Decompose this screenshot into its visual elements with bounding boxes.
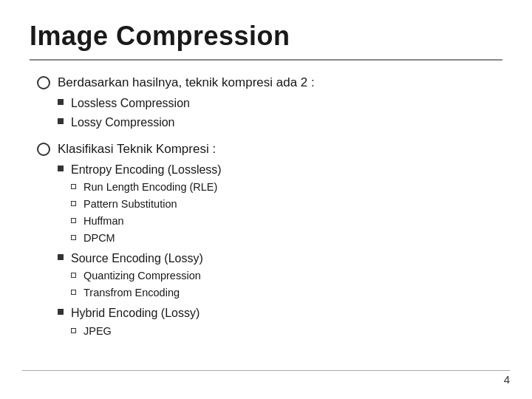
title-underline [30,59,502,61]
bullet-marker-l2 [58,99,64,105]
bullet-marker-l2 [58,254,64,260]
section2-sublist: Entropy Encoding (Lossless) Run Length E… [58,161,222,341]
list-item: Quantizing Compression [71,268,203,284]
list-item: Hybrid Encoding (Lossy) JPEG [58,304,222,340]
bullet-marker-l1 [37,143,50,156]
list-item: Lossless Compression [58,95,315,112]
bullet-marker-l2 [58,118,64,124]
bullet-marker-l3 [71,273,76,278]
list-item: Transfrom Encoding [71,285,203,301]
bullet-marker-l3 [71,184,76,189]
section2-text: Klasifikasi Teknik Kompresi : [58,140,222,158]
bullet-marker-l3 [71,328,76,333]
list-item: Source Encoding (Lossy) Quantizing Compr… [58,250,222,302]
list-item: DPCM [71,231,222,246]
page-number: 4 [504,373,510,386]
huffman-label: Huffman [83,214,124,229]
section1-sub2: Lossy Compression [71,114,175,131]
dpcm-label: DPCM [83,231,115,246]
list-item: Berdasarkan hasilnya, teknik kompresi ad… [37,74,502,133]
hybrid-label: Hybrid Encoding (Lossy) [71,304,200,321]
bullet-marker-l3 [71,201,76,206]
entropy-sublist: Run Length Encoding (RLE) Pattern Substi… [71,180,222,246]
slide-title: Image Compression [30,21,502,52]
list-item: Run Length Encoding (RLE) [71,180,222,195]
hybrid-sublist: JPEG [71,324,200,339]
bullet-marker-l3 [71,235,76,240]
list-item: Klasifikasi Teknik Kompresi : Entropy En… [37,140,502,342]
bullet-marker-l2 [58,309,64,315]
section1-sub1: Lossless Compression [71,95,190,112]
entropy-label: Entropy Encoding (Lossless) [71,161,222,178]
list-item: JPEG [71,324,200,339]
list-item: Huffman [71,214,222,229]
bullet-marker-l3 [71,218,76,223]
pattern-substitution-label: Pattern Substitution [83,197,177,212]
bullet-marker-l3 [71,290,76,295]
list-item: Lossy Compression [58,114,315,131]
source-label: Source Encoding (Lossy) [71,250,203,267]
bullet-marker-l2 [58,166,64,171]
section1-text: Berdasarkan hasilnya, teknik kompresi ad… [58,74,315,92]
list-item: Pattern Substitution [71,197,222,212]
rle-label: Run Length Encoding (RLE) [83,180,217,195]
section1-sublist: Lossless Compression Lossy Compression [58,95,315,131]
bottom-divider [22,370,510,372]
slide: Image Compression Berdasarkan hasilnya, … [0,0,532,399]
list-item: Entropy Encoding (Lossless) Run Length E… [58,161,222,248]
bullet-marker-l1 [37,76,50,89]
transfrom-label: Transfrom Encoding [83,285,180,301]
source-sublist: Quantizing Compression Transfrom Encodin… [71,268,203,301]
content-area: Berdasarkan hasilnya, teknik kompresi ad… [30,74,502,343]
quantizing-label: Quantizing Compression [83,268,201,284]
jpeg-label: JPEG [83,324,112,339]
